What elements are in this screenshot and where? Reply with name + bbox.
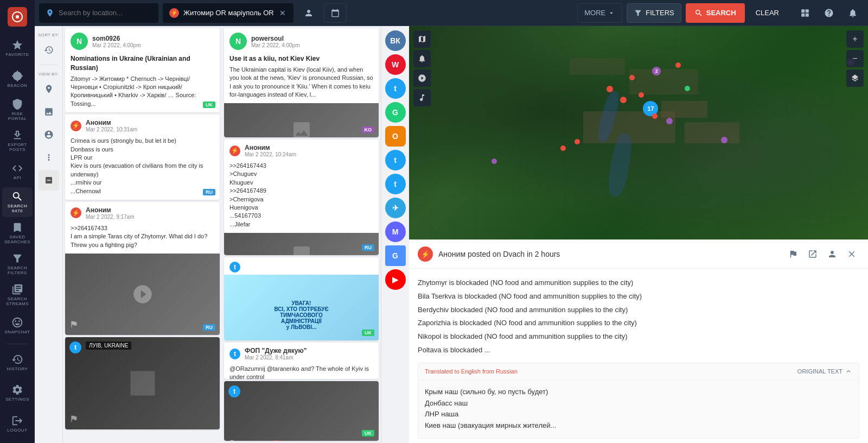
detail-actions xyxy=(786,246,859,262)
sidebar-item-snapchat[interactable]: SNAPCHAT xyxy=(2,311,33,340)
view-map-btn[interactable] xyxy=(39,79,59,99)
sidebar-item-search-streams[interactable]: SEARCH STREAMS xyxy=(2,280,33,309)
grid-icon-btn[interactable] xyxy=(794,3,816,23)
sidebar-item-beacon[interactable]: BEACON xyxy=(2,64,33,94)
clear-btn[interactable]: CLEAR xyxy=(749,3,786,23)
map-pin[interactable] xyxy=(666,118,673,124)
twitter-filter-btn-3[interactable]: t xyxy=(385,174,406,194)
clear-label: CLEAR xyxy=(756,9,779,17)
zoom-out-btn[interactable]: − xyxy=(846,50,864,67)
main-content: ⚡ Житомир OR маріуполь OR ✕ MORE FILTERS… xyxy=(35,0,868,443)
detail-user-btn[interactable] xyxy=(825,246,840,262)
sidebar-item-export[interactable]: EXPORT POSTS xyxy=(2,125,33,155)
layers-btn[interactable] xyxy=(846,69,864,87)
search-execute-btn[interactable]: SEARCH xyxy=(686,3,745,23)
detail-line: Zhytomyr is blockaded (NO food and ammun… xyxy=(418,277,859,289)
post-card[interactable]: N som0926 Mar 2 2022, 4:00pm Nominations… xyxy=(65,28,220,112)
flag-icon xyxy=(228,439,237,441)
feed-panel: SORT BY: VIEW BY: xyxy=(35,26,409,443)
original-text-toggle[interactable]: ORIGINAL TEXT xyxy=(797,368,852,375)
telegram-filter-btn[interactable]: ✈ xyxy=(385,198,406,218)
post-image: t Барышевка ❤️ xyxy=(224,381,379,441)
select-all-btn[interactable] xyxy=(39,170,59,191)
sort-time-btn[interactable] xyxy=(39,40,59,60)
post-username: Аноним xyxy=(245,144,373,151)
user-icon-btn[interactable] xyxy=(298,3,320,23)
sidebar-item-history[interactable]: HISTORY xyxy=(2,347,33,377)
detail-flag-btn[interactable] xyxy=(786,246,801,262)
map-style-btn-1[interactable] xyxy=(413,30,431,48)
detail-line: Poltava is blockaded ... xyxy=(418,345,859,356)
map-container[interactable]: 2 17 8 + xyxy=(409,26,868,239)
active-search-tab[interactable]: ⚡ Житомир OR маріуполь OR ✕ xyxy=(163,3,293,23)
sidebar-item-search[interactable]: SEARCH6470 xyxy=(2,187,33,217)
map-pin[interactable] xyxy=(639,92,644,98)
weibo-filter-btn[interactable]: W xyxy=(385,54,406,75)
sidebar-item-api[interactable]: API xyxy=(2,156,33,186)
sort-divider xyxy=(40,65,58,65)
map-pin[interactable] xyxy=(607,86,613,92)
post-card[interactable]: t ФОП "Дуже дякую" Mar 2 2022, 8:41am @O… xyxy=(224,343,379,379)
platform-icon: t xyxy=(69,341,81,353)
sidebar-item-search-label: SEARCH6470 xyxy=(8,204,27,213)
post-card[interactable]: ⚡ Аноним Mar 2 2022, 10:24am >>264167443… xyxy=(224,140,379,255)
post-text: >>264167433I am a simple Taras city of Z… xyxy=(71,224,214,249)
vk-filter-btn[interactable]: ВК xyxy=(385,30,406,51)
more-label: MORE xyxy=(584,9,605,17)
calendar-btn[interactable] xyxy=(324,3,347,23)
post-card[interactable]: ⚡ Аноним Mar 2 2022, 9:17am >>264167433I… xyxy=(65,202,220,335)
gab-filter-btn[interactable]: G xyxy=(385,102,406,123)
help-icon-btn[interactable] xyxy=(818,3,840,23)
view-image-btn[interactable] xyxy=(39,102,59,122)
filters-btn[interactable]: FILTERS xyxy=(627,3,681,23)
google-news-filter-btn[interactable]: G xyxy=(385,245,406,266)
sidebar-item-saved-searches[interactable]: SAVED SEARCHES xyxy=(2,218,33,248)
post-card[interactable]: ⚡ Аноним Mar 2 2022, 10:31am Crimea is o… xyxy=(65,115,220,200)
map-pin[interactable] xyxy=(492,159,497,164)
detail-external-btn[interactable] xyxy=(805,246,820,262)
post-body: >>264167433I am a simple Taras city of Z… xyxy=(65,222,220,254)
youtube-filter-btn[interactable]: ▶ xyxy=(385,269,406,290)
location-input[interactable] xyxy=(59,9,145,17)
image-text: УВАГА!ВСІ, ХТО ПОТРЕБУЄТИМЧАСОВОГОАДМІНІ… xyxy=(269,295,334,336)
sidebar-item-settings[interactable]: SETTINGS xyxy=(2,378,33,408)
post-card[interactable]: t ЛУІВ, UKRAINE xyxy=(65,337,220,429)
map-pin[interactable] xyxy=(620,97,627,103)
sidebar-item-favorite-label: FAVORITE xyxy=(6,52,29,57)
odnoklassniki-filter-btn[interactable]: O xyxy=(385,126,406,147)
more-btn[interactable]: MORE xyxy=(577,3,622,23)
sidebar-item-beacon-label: BEACON xyxy=(8,83,28,88)
map-pin[interactable] xyxy=(675,62,681,68)
more-view-btn[interactable] xyxy=(39,147,59,168)
zoom-in-btn[interactable]: + xyxy=(846,30,864,48)
map-pin[interactable] xyxy=(575,139,580,144)
view-face-btn[interactable] xyxy=(39,124,59,145)
topbar: ⚡ Житомир OR маріуполь OR ✕ MORE FILTERS… xyxy=(35,0,868,26)
sidebar-item-snapchat-label: SNAPCHAT xyxy=(5,330,30,334)
map-pin[interactable]: 2 xyxy=(652,67,661,75)
post-card[interactable]: t УВАГА!ВСІ, ХТО ПОТРЕБУЄТИМЧАСОВОГОАДМІ… xyxy=(224,257,379,340)
map-pin[interactable] xyxy=(685,86,690,91)
detail-close-btn[interactable] xyxy=(844,246,859,262)
post-card[interactable]: t Барышевка ❤️ UK xyxy=(224,381,379,441)
lang-badge: RU xyxy=(203,324,215,331)
svg-rect-1 xyxy=(130,371,155,396)
search-tab-close-btn[interactable]: ✕ xyxy=(278,9,287,17)
location-search-box[interactable] xyxy=(39,3,158,23)
twitter-filter-btn-1[interactable]: t xyxy=(385,78,406,99)
sidebar-item-favorite[interactable]: FAVORITE xyxy=(2,33,33,63)
sidebar-item-logout[interactable]: LOGOUT xyxy=(2,409,33,439)
mastodon-filter-btn[interactable]: M xyxy=(385,221,406,242)
calendar-icon xyxy=(331,9,340,17)
notification-icon-btn[interactable] xyxy=(842,3,864,23)
sidebar-item-search-filters[interactable]: SEARCH FILTERS xyxy=(2,249,33,279)
map-style-btn-2[interactable] xyxy=(413,50,431,67)
post-card[interactable]: N powersoul Mar 2 2022, 4:00pm Use it as… xyxy=(224,28,379,137)
lang-badge: UK xyxy=(362,330,374,336)
twitter-filter-btn-2[interactable]: t xyxy=(385,150,406,170)
map-style-btn-4[interactable] xyxy=(413,89,431,106)
sidebar-item-risk-portal[interactable]: RISK PORTAL xyxy=(2,95,33,125)
sidebar-item-streams-label: SEARCH STREAMS xyxy=(2,296,33,306)
map-style-btn-3[interactable] xyxy=(413,69,431,87)
post-username: powersoul xyxy=(251,35,373,42)
